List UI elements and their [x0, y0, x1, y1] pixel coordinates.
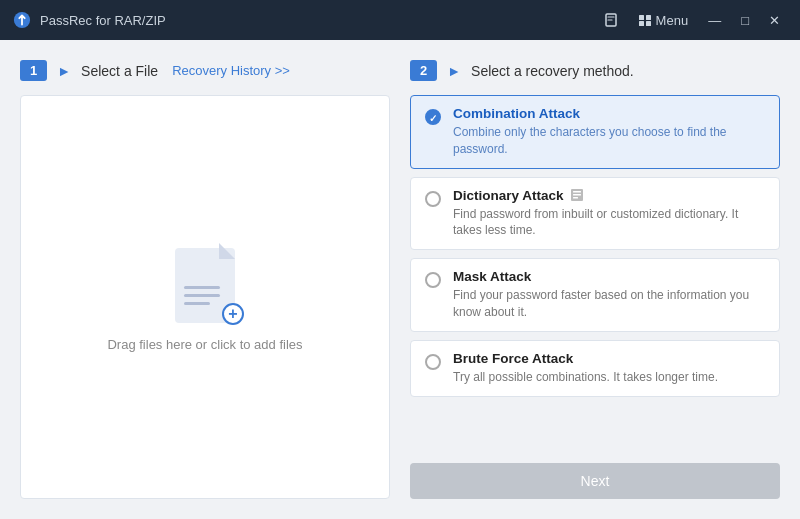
file-drop-zone[interactable]: + Drag files here or click to add files [20, 95, 390, 499]
method-brute[interactable]: Brute Force Attack Try all possible comb… [410, 340, 780, 397]
step2-header: 2 ► Select a recovery method. [410, 60, 780, 81]
radio-mask [425, 272, 441, 288]
method-combination-name: Combination Attack [453, 106, 765, 121]
main-content: 1 ► Select a File Recovery History >> + … [0, 40, 800, 519]
add-circle-icon: + [222, 303, 244, 325]
close-button[interactable]: ✕ [761, 9, 788, 32]
maximize-button[interactable]: □ [733, 9, 757, 32]
svg-rect-8 [573, 194, 581, 196]
method-dictionary-name: Dictionary Attack [453, 188, 765, 203]
step2-arrow: ► [447, 63, 461, 79]
step1-badge: 1 [20, 60, 47, 81]
method-combination-desc: Combine only the characters you choose t… [453, 124, 765, 158]
method-combination[interactable]: ✓ Combination Attack Combine only the ch… [410, 95, 780, 169]
svg-rect-5 [646, 21, 651, 26]
window-controls: Menu — □ ✕ [596, 9, 788, 32]
file-icon: + [170, 243, 240, 323]
minimize-button[interactable]: — [700, 9, 729, 32]
svg-rect-3 [646, 15, 651, 20]
next-button[interactable]: Next [410, 463, 780, 499]
method-mask-desc: Find your password faster based on the i… [453, 287, 765, 321]
menu-button[interactable]: Menu [630, 9, 697, 32]
method-brute-desc: Try all possible combinations. It takes … [453, 369, 765, 386]
svg-rect-7 [573, 191, 581, 193]
drop-zone-text: Drag files here or click to add files [107, 337, 302, 352]
method-list: ✓ Combination Attack Combine only the ch… [410, 95, 780, 453]
method-combination-info: Combination Attack Combine only the char… [453, 106, 765, 158]
bookmark-button[interactable] [596, 9, 626, 31]
radio-dictionary [425, 191, 441, 207]
app-icon [12, 10, 32, 30]
method-mask[interactable]: Mask Attack Find your password faster ba… [410, 258, 780, 332]
step2-title: Select a recovery method. [471, 63, 634, 79]
step2-badge: 2 [410, 60, 437, 81]
titlebar: PassRec for RAR/ZIP Menu — □ ✕ [0, 0, 800, 40]
step1-arrow: ► [57, 63, 71, 79]
method-dictionary[interactable]: Dictionary Attack Find password from inb… [410, 177, 780, 251]
radio-brute [425, 354, 441, 370]
method-mask-info: Mask Attack Find your password faster ba… [453, 269, 765, 321]
method-brute-info: Brute Force Attack Try all possible comb… [453, 351, 765, 386]
radio-combination: ✓ [425, 109, 441, 125]
file-line-3 [184, 302, 210, 305]
method-mask-name: Mask Attack [453, 269, 765, 284]
method-dictionary-info: Dictionary Attack Find password from inb… [453, 188, 765, 240]
step1-header: 1 ► Select a File Recovery History >> [20, 60, 390, 81]
menu-label: Menu [656, 13, 689, 28]
svg-rect-2 [639, 15, 644, 20]
file-line-1 [184, 286, 220, 289]
step1-title: Select a File [81, 63, 158, 79]
method-dictionary-desc: Find password from inbuilt or customized… [453, 206, 765, 240]
svg-rect-4 [639, 21, 644, 26]
recovery-history-link[interactable]: Recovery History >> [172, 63, 290, 78]
left-panel: 1 ► Select a File Recovery History >> + … [20, 60, 390, 499]
svg-rect-9 [573, 197, 578, 199]
file-fold [219, 243, 235, 259]
method-brute-name: Brute Force Attack [453, 351, 765, 366]
right-panel: 2 ► Select a recovery method. ✓ Combinat… [410, 60, 780, 499]
file-line-2 [184, 294, 220, 297]
file-lines [184, 286, 220, 305]
dictionary-icon [570, 188, 584, 202]
app-title: PassRec for RAR/ZIP [40, 13, 596, 28]
